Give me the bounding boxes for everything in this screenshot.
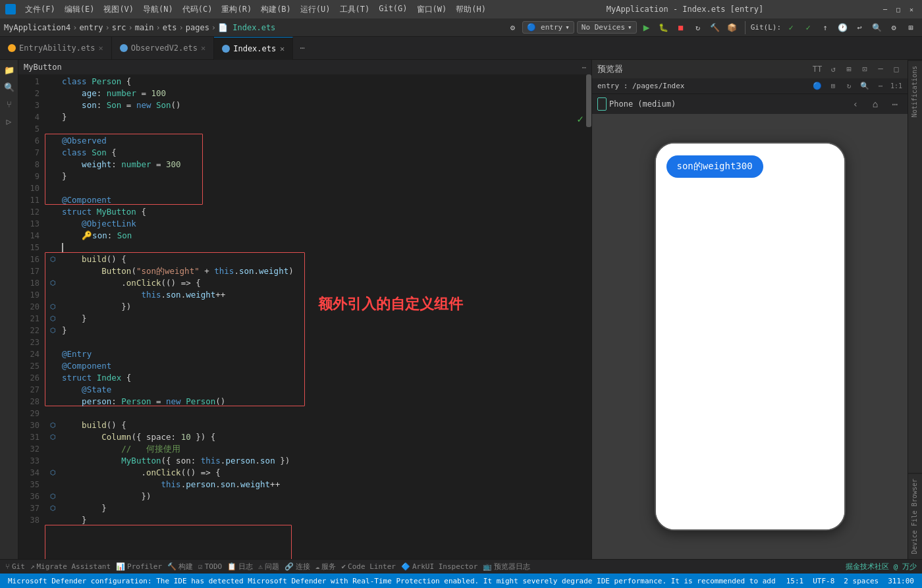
activity-search[interactable]: 🔍 [2,80,16,94]
bottom-linter[interactable]: ✔ Code Linter [341,562,395,571]
reload-button[interactable]: ↻ [691,20,705,35]
menu-file[interactable]: 文件(F) [21,3,59,16]
stop-button[interactable]: ■ [674,20,688,35]
bottom-profiler[interactable]: 📊 Profiler [116,562,162,571]
preview-zoom-btn[interactable]: 🔍 [859,80,871,92]
bottom-migrate[interactable]: ↗ Migrate Assistant [30,562,111,571]
menu-code[interactable]: 代码(C) [178,3,217,16]
phone-back-btn[interactable]: ‹ [848,97,863,111]
git-check2[interactable]: ✓ [801,20,815,35]
status-encoding[interactable]: UTF-8 [810,577,837,585]
status-indent[interactable]: 2 spaces [841,577,881,585]
code-line-6: @Observed [50,135,586,147]
code-line-26: struct Index { [50,372,586,384]
maximize-button[interactable]: □ [893,4,904,14]
bottom-preview-log[interactable]: 📺 预览器日志 [483,562,530,572]
menu-bar: 文件(F) 编辑(E) 视图(V) 导航(N) 代码(C) 重构(R) 构建(B… [21,3,490,16]
tab-close-index[interactable]: ✕ [280,44,285,53]
preview-orientation-btn[interactable]: ↻ [843,80,855,92]
tab-close-entry[interactable]: ✕ [99,43,103,53]
side-tab-notifications[interactable]: Notifications [908,60,922,122]
preview-refresh-btn[interactable]: ↺ [827,63,839,75]
tab-icon-index [222,45,230,53]
git-check[interactable]: ✓ [784,20,798,35]
bottom-build[interactable]: 🔨 构建 [167,562,193,572]
git-icon: ⑂ [5,562,10,571]
status-line-col[interactable]: 15:1 [784,577,807,585]
side-tab-device-file[interactable]: Device File Browser [908,473,922,559]
tab-entry-ability[interactable]: EntryAbility.ets ✕ [0,37,112,60]
bottom-service[interactable]: ☁ 服务 [315,562,337,572]
menu-build[interactable]: 构建(B) [257,3,295,16]
editor-more-icon[interactable]: ⋯ [582,63,586,72]
phone-home-btn[interactable]: ⌂ [868,97,882,111]
phone-blue-button[interactable]: son的weight300 [666,155,763,178]
tab-more-button[interactable]: ⋯ [293,37,312,60]
menu-run[interactable]: 运行(U) [296,3,335,16]
build-clean[interactable]: 🔨 [708,20,722,35]
menu-refactor[interactable]: 重构(R) [217,3,256,16]
preview-more-btn[interactable]: ─ [875,63,886,75]
minimize-button[interactable]: ─ [880,4,890,14]
close-button[interactable]: ✕ [906,4,917,14]
code-line-33: MyButton({ son: this.person.son }) [50,455,586,467]
tab-observed[interactable]: ObservedV2.ets ✕ [112,37,214,60]
activity-source-control[interactable]: ⑂ [2,97,16,111]
preview-settings-btn[interactable]: TT [811,63,823,75]
sdk-button[interactable]: 📦 [725,20,740,35]
code-editor[interactable]: 额外引入的自定义组件 class Person { age: number = … [45,74,591,559]
code-container[interactable]: 1 2 3 4 5 6 7 8 9 10 11 12 13 14 15 16 1… [18,74,591,559]
git-label: Git [12,562,25,571]
tab-close-observed[interactable]: ✕ [201,43,205,53]
breadcrumb-main: main [135,23,154,32]
run-button[interactable]: ▶ [639,20,654,35]
bottom-git[interactable]: ⑂ Git [5,562,25,571]
bottom-todo[interactable]: ☑ TODO [198,562,222,571]
bottom-log[interactable]: 📋 日志 [227,562,253,572]
code-line-5 [50,123,586,135]
preview-more2-btn[interactable]: ⋯ [875,80,886,92]
menu-git[interactable]: Git(G) [375,3,411,16]
entry-dropdown[interactable]: 🔵 entry ▾ [522,21,574,34]
build-label: 构建 [178,562,193,572]
code-line-35: this.person.son.weight++ [50,479,586,491]
preview-split-btn[interactable]: ⊡ [859,63,871,75]
tab-bar: EntryAbility.ets ✕ ObservedV2.ets ✕ Inde… [0,37,922,60]
bottom-connect[interactable]: 🔗 连接 [285,562,310,572]
code-line-14: 🔑son: Son [50,230,586,242]
preview-minus-btn[interactable]: □ [890,63,902,75]
preview-path-icon1[interactable]: 🔵 [811,80,823,92]
settings-button[interactable]: ⚙ [505,20,520,35]
menu-edit[interactable]: 编辑(E) [61,3,99,16]
preview-path-icon2[interactable]: ⊞ [827,80,839,92]
code-line-16: ⬡ build() { [50,254,586,265]
git-up[interactable]: ↑ [818,20,832,35]
preview-path-bar: entry : /pages/Index 🔵 ⊞ ↻ 🔍 ⋯ 1:1 [592,78,908,94]
line-col-label: 15:1 [786,577,804,585]
window-controls: ─ □ ✕ [880,4,917,14]
menu-window[interactable]: 窗口(W) [413,3,451,16]
tab-index[interactable]: Index.ets ✕ [214,37,293,60]
phone-more-options[interactable]: ⋯ [888,97,902,111]
code-line-21: ⬡ } [50,313,586,325]
layout-button[interactable]: ⊞ [904,20,918,35]
bottom-issues[interactable]: ⚠ 问题 [258,562,279,572]
app-icon [5,4,16,14]
scrollbar-thumb[interactable] [586,74,591,127]
code-line-24: @Entry [50,348,586,360]
menu-view[interactable]: 视图(V) [99,3,138,16]
debug-button[interactable]: 🐛 [657,20,671,35]
code-line-37: ⬡ } [50,502,586,514]
no-devices-dropdown[interactable]: No Devices ▾ [577,21,637,34]
menu-nav[interactable]: 导航(N) [139,3,177,16]
preview-grid-btn[interactable]: ⊞ [843,63,855,75]
tab-label-entry: EntryAbility.ets [19,43,95,53]
gear-button[interactable]: ⚙ [886,20,901,35]
activity-debug[interactable]: ▷ [2,114,16,128]
activity-explorer[interactable]: 📁 [2,63,16,77]
menu-help[interactable]: 帮助(H) [452,3,490,16]
undo-button[interactable]: ↩ [852,20,867,35]
menu-tools[interactable]: 工具(T) [336,3,374,16]
bottom-arkui[interactable]: 🔷 ArkUI Inspector [401,562,477,571]
search-button[interactable]: 🔍 [869,20,884,35]
